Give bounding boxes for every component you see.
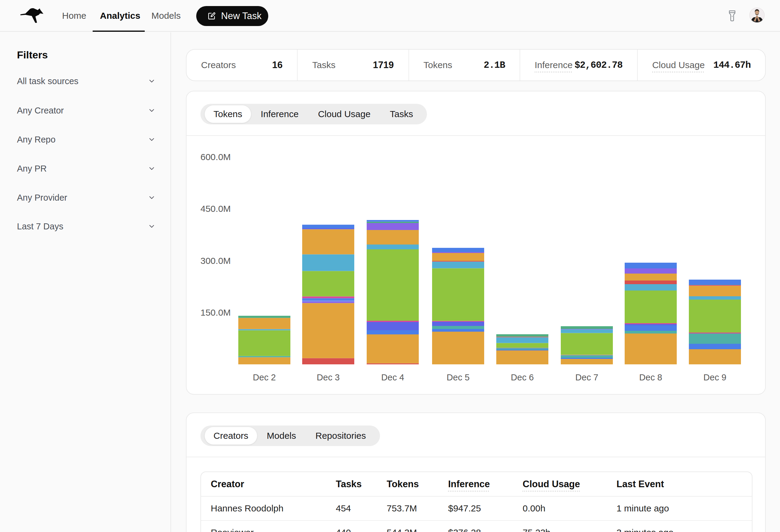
- svg-text:Dec 6: Dec 6: [511, 373, 534, 382]
- svg-text:300.0M: 300.0M: [200, 256, 231, 266]
- svg-text:Dec 5: Dec 5: [447, 373, 470, 382]
- svg-text:Dec 7: Dec 7: [575, 373, 598, 382]
- svg-text:Dec 8: Dec 8: [639, 373, 662, 382]
- svg-text:450.0M: 450.0M: [200, 204, 231, 214]
- svg-text:Dec 9: Dec 9: [703, 373, 726, 382]
- svg-text:150.0M: 150.0M: [200, 308, 231, 317]
- svg-text:Dec 3: Dec 3: [317, 373, 340, 382]
- svg-text:600.0M: 600.0M: [200, 152, 231, 162]
- svg-text:Dec 2: Dec 2: [253, 373, 276, 382]
- svg-text:Dec 4: Dec 4: [381, 373, 404, 382]
